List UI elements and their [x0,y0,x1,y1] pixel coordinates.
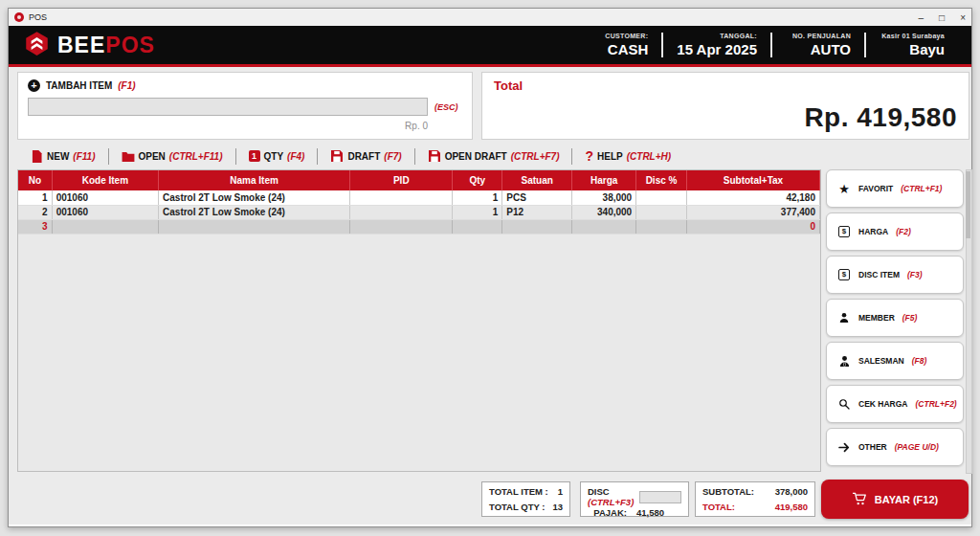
price-icon [838,226,850,237]
add-item-panel: TAMBAH ITEM (F1) (ESC) Rp. 0 [17,72,473,140]
salesman-icon [837,355,851,368]
discount-icon [838,269,850,280]
disc-pajak-box: DISC (CTRL+F3) PAJAK: 41,580 [580,481,689,517]
no-penjualan-label: NO. PENJUALAN [792,33,851,39]
new-file-icon [30,150,43,163]
pajak-label: PAJAK: [593,507,627,518]
minimize-button[interactable]: – [919,12,924,23]
total-item-label: TOTAL ITEM : [489,486,548,497]
table-row[interactable]: 1 001060 Castrol 2T Low Smoke (24) 1 PCS… [18,190,820,205]
disc-input[interactable] [639,491,681,503]
disc-label: DISC [588,486,610,497]
tanggal-value: 15 Apr 2025 [677,41,757,57]
items-table-container: No Kode Item Nama Item PID Qty Satuan Ha… [17,169,821,472]
subtotal-total-box: SUBTOTAL: 378,000 TOTAL: 419,580 [695,481,815,517]
maximize-button[interactable]: □ [939,12,945,23]
totals-items-box: TOTAL ITEM : 1 TOTAL QTY : 13 [481,481,570,517]
member-icon [837,312,851,324]
customer-info: CUSTOMER: CASH [569,33,661,57]
tanggal-label: TANGGAL: [720,33,757,39]
tanggal-info: TANGGAL: 15 Apr 2025 [663,33,770,57]
subtotal-value: 378,000 [775,486,808,497]
customer-value: CASH [608,41,649,57]
table-row[interactable]: 2 001060 Castrol 2T Low Smoke (24) 1 P12… [18,205,820,219]
bayar-label: BAYAR (F12) [875,494,938,505]
col-kode: Kode Item [52,170,158,190]
help-icon [585,148,593,164]
add-item-shortcut: (F1) [118,80,135,91]
draft-button[interactable]: DRAFT (F7) [318,150,413,162]
titlebar: POS – □ × [9,9,971,26]
total-panel: Total Rp. 419,580 [481,72,969,140]
window-title: POS [29,12,47,22]
bayar-button[interactable]: BAYAR (F12) [821,480,969,519]
kasir-label: Kasir 01 Surabaya [881,33,945,39]
col-satuan: Satuan [502,170,572,190]
item-amount: Rp. 0 [28,121,428,131]
qty-icon [249,150,260,162]
add-item-label: TAMBAH ITEM [46,80,112,91]
open-button[interactable]: OPEN (CTRL+F11) [109,151,235,162]
brand-logo: BEEPOS [24,31,155,60]
table-row-selected[interactable]: 3 0 [18,219,820,234]
add-item-input[interactable] [28,98,428,116]
subtotal-label: SUBTOTAL: [702,486,754,497]
app-icon [14,12,24,22]
star-icon [837,183,851,195]
cart-icon [852,492,867,507]
total-qty-label: TOTAL QTY : [489,502,545,512]
brand-bee: BEE [57,33,105,57]
sidebar-scrollbar[interactable] [966,169,972,474]
scrollbar-thumb[interactable] [966,171,970,238]
grand-total-label: TOTAL: [702,502,735,512]
table-header-row: No Kode Item Nama Item PID Qty Satuan Ha… [18,170,820,190]
brand-pos: POS [105,33,155,57]
col-harga: Harga [572,170,636,190]
harga-button[interactable]: HARGA (F2) [826,212,964,251]
member-button[interactable]: MEMBER (F5) [826,299,964,337]
arrow-right-icon [837,442,851,453]
cek-harga-button[interactable]: CEK HARGA (CTRL+F2) [826,385,964,423]
total-label: Total [494,78,957,93]
col-nama: Nama Item [159,170,350,190]
pajak-value: 41,580 [636,507,664,518]
grand-total-value: 419,580 [775,502,808,512]
disc-shortcut: (CTRL+F3) [588,497,634,507]
close-button[interactable]: × [960,12,966,23]
plus-icon [28,79,40,92]
esc-hint: (ESC) [434,102,458,112]
kasir-value: Bayu [909,41,945,57]
open-draft-icon [428,150,441,162]
new-button[interactable]: NEW (F11) [17,150,108,163]
salesman-button[interactable]: SALESMAN (F8) [826,342,964,380]
app-header: BEEPOS CUSTOMER: CASH TANGGAL: 15 Apr 20… [9,26,971,67]
header-info: CUSTOMER: CASH TANGGAL: 15 Apr 2025 NO. … [569,26,958,64]
total-qty-value: 13 [552,502,563,512]
app-window: POS – □ × BEEPOS CUSTOMER: CASH TANGGAL:… [8,8,972,527]
col-qty: Qty [453,170,502,190]
favorit-button[interactable]: FAVORIT (CTRL+F1) [826,169,964,208]
no-penjualan-value: AUTO [811,41,851,57]
open-draft-button[interactable]: OPEN DRAFT (CTRL+F7) [415,150,572,162]
open-folder-icon [122,151,135,162]
total-value: Rp. 419,580 [494,102,957,133]
save-draft-icon [330,150,344,162]
search-icon [837,398,851,410]
main-area: TAMBAH ITEM (F1) (ESC) Rp. 0 Total Rp. 4… [9,67,971,525]
kasir-info: Kasir 01 Surabaya Bayu [866,33,958,57]
items-table: No Kode Item Nama Item PID Qty Satuan Ha… [18,170,820,234]
action-sidebar: FAVORIT (CTRL+F1) HARGA (F2) DISC ITEM (… [826,169,972,474]
help-button[interactable]: HELP (CTRL+H) [572,148,683,164]
no-penjualan-info: NO. PENJUALAN AUTO [772,33,864,57]
total-item-value: 1 [558,486,563,497]
disc-item-button[interactable]: DISC ITEM (F3) [826,256,964,294]
col-subtotal: Subtotal+Tax [686,170,819,190]
beepos-logo-icon [24,31,50,60]
qty-button[interactable]: QTY (F4) [236,150,318,162]
other-button[interactable]: OTHER (PAGE U/D) [826,428,964,466]
col-pid: PID [350,170,453,190]
toolbar: NEW (F11) OPEN (CTRL+F11) QTY (F4) DRAFT… [17,145,683,168]
col-no: No [18,170,52,190]
customer-label: CUSTOMER: [605,33,648,39]
col-disc: Disc % [636,170,687,190]
